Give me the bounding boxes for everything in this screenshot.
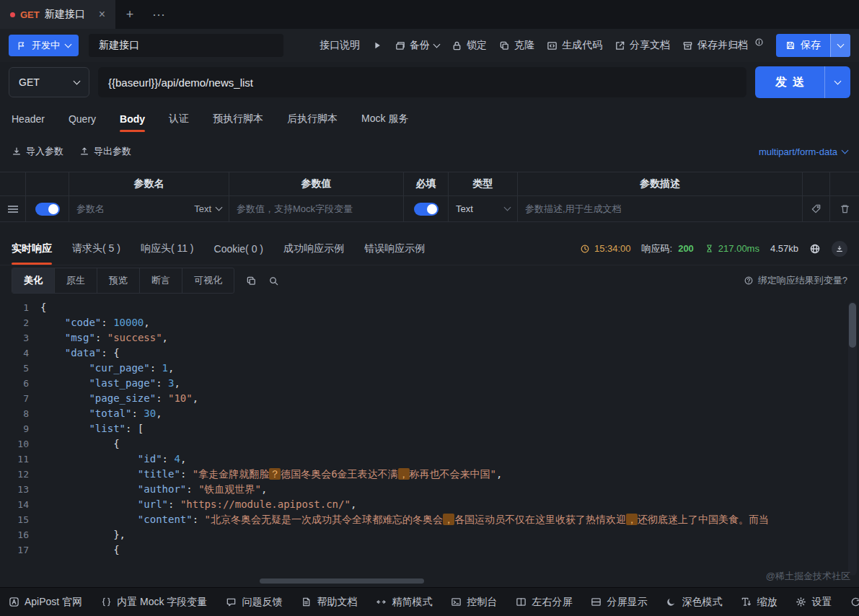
- api-toolbar: 开发中 新建接口 接口说明 备份 锁定 克隆: [0, 29, 859, 62]
- request-tab[interactable]: GET 新建接口 ×: [0, 0, 115, 29]
- search-response-button[interactable]: [268, 276, 279, 286]
- import-icon: [12, 146, 22, 157]
- generate-code-button[interactable]: 生成代码: [547, 39, 602, 52]
- response-duration-value: 217.00ms: [718, 243, 759, 254]
- bind-result-link[interactable]: 绑定响应结果到变量?: [744, 274, 847, 287]
- tab-more-button[interactable]: ···: [144, 0, 173, 29]
- apipost-window: GET 新建接口 × + ··· 开发中 新建接口 接口说明 备份: [0, 0, 859, 616]
- tab-header[interactable]: Header: [12, 102, 45, 136]
- tab-post-script[interactable]: 后执行脚本: [287, 102, 338, 136]
- backup-icon: [395, 40, 405, 51]
- api-name-value: 新建接口: [99, 39, 139, 52]
- tab-auth[interactable]: 认证: [169, 102, 189, 136]
- save-icon: [785, 40, 796, 50]
- new-tab-button[interactable]: +: [115, 0, 144, 29]
- export-icon: [79, 146, 89, 157]
- export-params-button[interactable]: 导出参数: [79, 145, 131, 158]
- statusbar-dark-mode[interactable]: 深色模式: [666, 596, 722, 609]
- param-name-input[interactable]: 参数名: [76, 203, 105, 216]
- share-doc-button[interactable]: 分享文档: [614, 39, 670, 52]
- param-desc-input[interactable]: 参数描述,用于生成文档: [525, 203, 622, 216]
- tab-pre-script[interactable]: 预执行脚本: [213, 102, 263, 136]
- content-type-dropdown[interactable]: multipart/form-data: [759, 146, 847, 157]
- statusbar-console[interactable]: 控制台: [451, 596, 497, 609]
- statusbar-check-update[interactable]: 检: [850, 596, 859, 609]
- save-button[interactable]: 保存: [776, 34, 830, 57]
- tab-query[interactable]: Query: [69, 102, 96, 136]
- backup-dropdown[interactable]: 备份: [395, 39, 439, 52]
- response-body-viewer[interactable]: 1234567891011121314151617 { "code": 1000…: [0, 296, 859, 587]
- save-archive-button[interactable]: 保存并归档: [682, 39, 748, 52]
- response-view-bar: 美化 原生 预览 断言 可视化 绑定响应结果到变量?: [0, 265, 859, 296]
- header-required: 必填: [404, 172, 449, 195]
- view-tab-preview[interactable]: 预览: [97, 268, 140, 293]
- url-input[interactable]: {{baseurl}}/api/demo/news_list: [98, 67, 746, 97]
- response-duration: 217.00ms: [705, 243, 759, 254]
- import-params-button[interactable]: 导入参数: [12, 145, 63, 158]
- api-status-label: 开发中: [32, 39, 60, 52]
- header-drag-cell: [0, 172, 26, 195]
- save-archive-label: 保存并归档: [697, 39, 748, 52]
- run-button[interactable]: [372, 40, 382, 50]
- code-icon: [547, 40, 558, 51]
- statusbar-mock-vars[interactable]: 内置 Mock 字段变量: [101, 596, 207, 609]
- window-tab-bar: GET 新建接口 × + ···: [0, 0, 859, 29]
- statusbar-compact-mode[interactable]: 精简模式: [376, 596, 432, 609]
- statusbar-feedback[interactable]: 问题反馈: [226, 596, 282, 609]
- backup-label: 备份: [410, 39, 430, 52]
- drag-handle[interactable]: [0, 196, 26, 221]
- view-tab-assert[interactable]: 断言: [140, 268, 182, 293]
- download-response-button[interactable]: [832, 241, 847, 257]
- statusbar-apipost-site[interactable]: ApiPost 官网: [9, 596, 82, 609]
- send-split-button: 发送: [755, 66, 850, 98]
- api-doc-button[interactable]: 接口说明: [320, 39, 360, 52]
- response-time-value: 15:34:00: [594, 243, 631, 254]
- statusbar-help-docs[interactable]: 帮助文档: [301, 596, 357, 609]
- statusbar-settings[interactable]: 设置: [796, 596, 832, 609]
- view-tab-raw[interactable]: 原生: [55, 268, 97, 293]
- split-horizontal-icon: [591, 597, 602, 607]
- tab-close-icon[interactable]: ×: [99, 9, 105, 20]
- param-name-cell: 参数名 Text: [69, 196, 229, 221]
- param-value-input[interactable]: 参数值，支持Mock字段变量: [237, 203, 353, 216]
- api-status-dropdown[interactable]: 开发中: [9, 35, 79, 56]
- response-status-value: 200: [678, 243, 694, 254]
- tab-success-example[interactable]: 成功响应示例: [283, 232, 344, 265]
- url-value: {{baseurl}}/api/demo/news_list: [108, 76, 253, 89]
- send-options-button[interactable]: [824, 66, 850, 98]
- lock-button[interactable]: 锁定: [451, 39, 487, 52]
- tab-mock-service[interactable]: Mock 服务: [361, 102, 408, 136]
- statusbar-split-lr[interactable]: 左右分屏: [516, 596, 572, 609]
- tab-cookie[interactable]: Cookie( 0 ): [214, 232, 263, 265]
- view-tab-visualize[interactable]: 可视化: [182, 268, 234, 293]
- param-delete-button[interactable]: [830, 196, 859, 221]
- copy-response-button[interactable]: [246, 276, 257, 286]
- method-select[interactable]: GET: [9, 67, 89, 97]
- param-name-type-dropdown[interactable]: Text: [194, 203, 221, 214]
- chevron-down-icon: [837, 40, 845, 48]
- send-button[interactable]: 发送: [755, 66, 824, 98]
- lock-icon: [451, 40, 462, 51]
- param-tag-button[interactable]: [803, 196, 830, 221]
- api-name-field[interactable]: 新建接口: [89, 34, 283, 57]
- vertical-scrollbar[interactable]: [848, 302, 857, 576]
- required-toggle[interactable]: [414, 203, 439, 216]
- archive-info-button[interactable]: [754, 38, 764, 47]
- network-button[interactable]: [809, 243, 821, 255]
- tab-body[interactable]: Body: [120, 102, 145, 136]
- horizontal-scrollbar-thumb[interactable]: [260, 578, 424, 584]
- clone-button[interactable]: 克隆: [499, 39, 534, 52]
- statusbar-split-display[interactable]: 分屏显示: [591, 596, 647, 609]
- tab-response-headers[interactable]: 响应头( 11 ): [141, 232, 194, 265]
- enable-toggle[interactable]: [35, 203, 60, 216]
- view-tab-beautify[interactable]: 美化: [12, 268, 55, 293]
- vertical-scrollbar-thumb[interactable]: [849, 303, 856, 348]
- save-options-button[interactable]: [830, 34, 850, 57]
- statusbar-zoom[interactable]: 缩放: [741, 596, 777, 609]
- archive-icon: [682, 40, 693, 51]
- tab-realtime-response[interactable]: 实时响应: [12, 232, 52, 265]
- chevron-down-icon: [74, 77, 81, 84]
- tab-error-example[interactable]: 错误响应示例: [364, 232, 425, 265]
- tab-request-headers[interactable]: 请求头( 5 ): [72, 232, 120, 265]
- param-type-dropdown[interactable]: Text: [449, 196, 518, 221]
